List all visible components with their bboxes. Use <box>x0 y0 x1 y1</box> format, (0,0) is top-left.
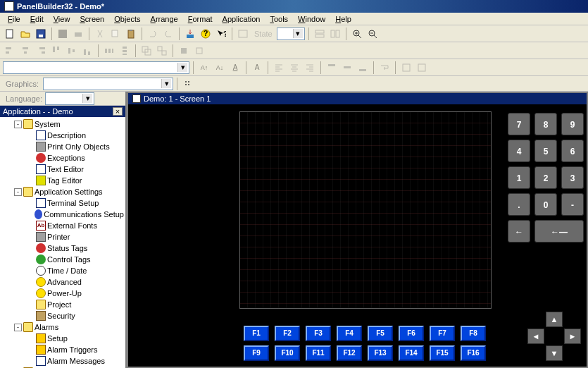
dpad-up-button[interactable]: ▲ <box>546 312 563 327</box>
whatsthis-button[interactable]: ? <box>214 27 228 41</box>
fkey-f11[interactable]: F11 <box>306 345 331 361</box>
tree-node[interactable]: Alarm Messages <box>1 355 124 367</box>
menu-view[interactable]: View <box>49 14 75 24</box>
tree-label: Exceptions <box>47 154 85 162</box>
tree-node[interactable]: Printer <box>1 231 124 243</box>
keypad--[interactable]: - <box>561 193 584 216</box>
new-button[interactable] <box>3 27 17 41</box>
help-button[interactable]: ? <box>199 27 213 41</box>
numeric-keypad: 789456123.0-←←— <box>508 113 584 243</box>
fkey-f7[interactable]: F7 <box>430 326 455 341</box>
design-grid[interactable] <box>239 111 492 309</box>
fkeys: F1F2F3F4F5F6F7F8 F9F10F11F12F13F14F15F16 <box>244 326 486 361</box>
tree[interactable]: -SystemDescriptionPrint Only ObjectsExce… <box>0 117 125 368</box>
language-combo[interactable]: ▾ <box>45 92 94 105</box>
tree-node[interactable]: Project <box>1 299 124 310</box>
keypad-0[interactable]: 0 <box>534 193 557 216</box>
menu-tools[interactable]: Tools <box>265 14 293 24</box>
fkey-f10[interactable]: F10 <box>275 345 300 361</box>
tree-node[interactable]: -System <box>1 118 124 130</box>
fkey-f5[interactable]: F5 <box>368 326 393 341</box>
title-bar: PanelBuilder32 - Demo* <box>0 0 588 13</box>
canvas-title-bar: Demo: 1 - Screen 1 <box>128 93 587 104</box>
print-button <box>71 27 85 41</box>
tree-node[interactable]: Tag Editor <box>1 175 124 186</box>
download-button[interactable] <box>183 27 197 41</box>
tree-label: Tag Editor <box>47 176 82 185</box>
keypad-5[interactable]: 5 <box>534 140 557 162</box>
font-combo[interactable]: ▾ <box>3 61 189 74</box>
fkey-f16[interactable]: F16 <box>461 345 486 361</box>
tree-node[interactable]: Print Only Objects <box>1 141 124 152</box>
fkey-f8[interactable]: F8 <box>461 326 486 341</box>
fkey-f6[interactable]: F6 <box>399 326 424 341</box>
keypad-6[interactable]: 6 <box>561 140 584 162</box>
tree-node[interactable]: AbExternal Fonts <box>1 220 124 231</box>
menu-arrange[interactable]: Arrange <box>146 14 183 24</box>
fkey-f4[interactable]: F4 <box>337 326 362 341</box>
paste-button[interactable] <box>124 27 138 41</box>
tree-node[interactable]: Time / Date <box>1 265 124 276</box>
fkey-f14[interactable]: F14 <box>399 345 424 361</box>
fkey-f12[interactable]: F12 <box>337 345 362 361</box>
open-button[interactable] <box>18 27 32 41</box>
menu-objects[interactable]: Objects <box>109 14 145 24</box>
fkey-f3[interactable]: F3 <box>306 326 331 341</box>
tree-node[interactable]: Communications Setup <box>1 209 124 220</box>
dpad-left-button[interactable]: ◄ <box>527 329 544 344</box>
menu-edit[interactable]: Edit <box>25 14 49 24</box>
tree-node[interactable]: -Alarms <box>1 321 124 333</box>
tree-node[interactable]: Setup <box>1 333 124 344</box>
tree-node[interactable]: Power-Up <box>1 288 124 299</box>
keypad-7[interactable]: 7 <box>508 113 530 135</box>
tree-node[interactable]: Description <box>1 130 124 141</box>
tree-node[interactable]: -Application Settings <box>1 186 124 197</box>
fkey-f13[interactable]: F13 <box>368 345 393 361</box>
keypad-3[interactable]: 3 <box>561 166 584 189</box>
fkey-f15[interactable]: F15 <box>430 345 455 361</box>
keypad-back[interactable]: ← <box>508 220 530 243</box>
expand-icon[interactable]: - <box>14 121 22 128</box>
menu-screen[interactable]: Screen <box>75 14 109 24</box>
distribute-v-button <box>118 44 132 58</box>
zoom-in-button[interactable] <box>350 27 364 41</box>
tree-node[interactable]: Alarm Triggers <box>1 344 124 355</box>
menu-format[interactable]: Format <box>183 14 218 24</box>
cut-button <box>93 27 107 41</box>
zoom-out-button[interactable] <box>365 27 380 41</box>
fkey-f2[interactable]: F2 <box>275 326 300 341</box>
keypad-enter[interactable]: ←— <box>534 220 584 243</box>
svg-point-48 <box>185 81 187 82</box>
graphics-tool-button[interactable] <box>181 77 195 91</box>
svg-rect-27 <box>68 48 70 54</box>
keypad-4[interactable]: 4 <box>508 140 530 162</box>
dpad-right-button[interactable]: ► <box>564 329 581 344</box>
menu-application[interactable]: Application <box>218 14 265 24</box>
state-combo[interactable]: ▾ <box>277 27 305 40</box>
keypad-8[interactable]: 8 <box>534 113 557 135</box>
keypad-1[interactable]: 1 <box>508 166 530 189</box>
tree-node[interactable]: Security <box>1 310 124 321</box>
tree-node[interactable]: Status Tags <box>1 243 124 254</box>
menu-help[interactable]: Help <box>330 14 356 24</box>
fkey-f1[interactable]: F1 <box>244 326 269 341</box>
tree-node[interactable]: Control Tags <box>1 254 124 265</box>
keypad-2[interactable]: 2 <box>534 166 557 189</box>
expand-icon[interactable]: - <box>14 324 22 331</box>
sidebar-close-button[interactable]: × <box>113 107 123 116</box>
tree-node[interactable]: Advanced <box>1 276 124 288</box>
dpad-down-button[interactable]: ▼ <box>546 345 563 361</box>
save-button[interactable] <box>34 27 48 41</box>
tree-node[interactable]: Text Editor <box>1 164 124 175</box>
fkey-f9[interactable]: F9 <box>244 345 269 361</box>
keypad-.[interactable]: . <box>508 193 530 216</box>
graphics-combo[interactable]: ▾ <box>43 78 173 90</box>
svg-rect-35 <box>123 50 127 52</box>
menu-window[interactable]: Window <box>293 14 330 24</box>
keypad-9[interactable]: 9 <box>561 113 584 135</box>
expand-icon[interactable]: - <box>14 188 22 196</box>
wrap-button <box>377 61 392 75</box>
tree-node[interactable]: Terminal Setup <box>1 197 124 209</box>
menu-file[interactable]: File <box>3 14 25 24</box>
tree-node[interactable]: Exceptions <box>1 152 124 164</box>
